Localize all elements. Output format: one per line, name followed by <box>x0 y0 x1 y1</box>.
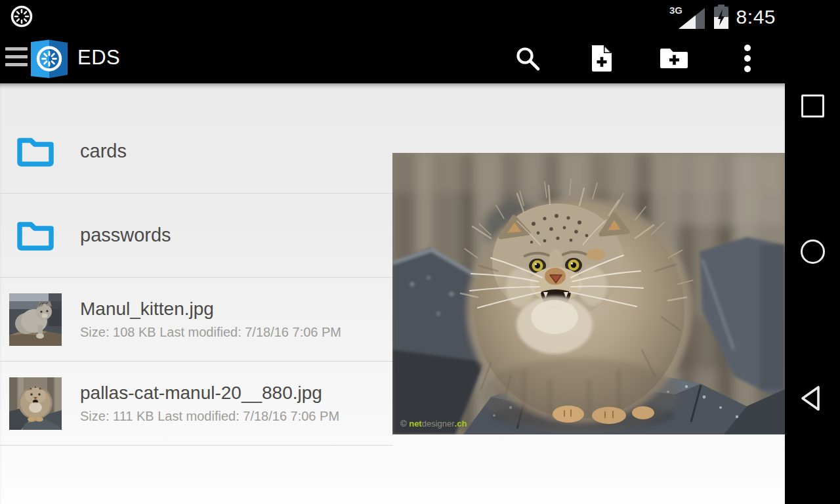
new-file-icon <box>589 44 613 73</box>
file-details: Size: 108 KB Last modified: 7/18/16 7:06… <box>80 324 341 341</box>
list-item-folder-cards[interactable]: cards <box>0 110 392 194</box>
status-clock: 8:45 <box>736 6 776 28</box>
folder-name: passwords <box>80 224 171 246</box>
page-title: EDS <box>77 46 120 70</box>
home-circle-icon <box>801 240 825 264</box>
app-bar: EDS <box>0 33 785 83</box>
home-button[interactable] <box>785 240 840 264</box>
signal-3g-icon: 3G <box>669 4 706 30</box>
status-bar: 3G 8:45 <box>0 0 785 33</box>
list-item-file-pallas-cat[interactable]: pallas-cat-manul-20__880.jpg Size: 111 K… <box>0 362 392 446</box>
navigation-bar <box>785 0 840 504</box>
folder-name: cards <box>80 140 127 162</box>
watermark-text: © netdesigner.ch <box>400 419 467 429</box>
battery-charging-icon <box>713 4 730 30</box>
eds-notification-clock-icon <box>9 4 34 29</box>
more-vert-icon <box>744 44 751 73</box>
file-name: pallas-cat-manul-20__880.jpg <box>80 382 339 404</box>
new-folder-button[interactable] <box>658 43 690 74</box>
new-folder-icon <box>659 46 689 71</box>
folder-icon <box>15 219 56 253</box>
svg-text:3G: 3G <box>669 5 682 16</box>
pallas-cat-thumbnail <box>9 377 62 430</box>
eds-app-logo-icon <box>29 37 70 79</box>
menu-hamburger-icon[interactable] <box>5 47 28 69</box>
back-button[interactable] <box>785 384 840 413</box>
recents-button[interactable] <box>785 94 840 117</box>
recents-square-icon <box>801 94 824 117</box>
content-area: cards passwords <box>0 83 785 504</box>
file-list: cards passwords <box>0 83 392 504</box>
new-file-button[interactable] <box>585 43 617 74</box>
search-button[interactable] <box>512 43 543 74</box>
manul-kitten-thumbnail <box>9 293 62 346</box>
image-preview-pane: © netdesigner.ch <box>392 83 785 504</box>
file-name: Manul_kitten.jpg <box>80 298 341 320</box>
search-icon <box>514 45 541 72</box>
file-details: Size: 111 KB Last modified: 7/18/16 7:06… <box>80 408 339 425</box>
list-item-folder-passwords[interactable]: passwords <box>0 194 392 278</box>
list-item-file-manul-kitten[interactable]: Manul_kitten.jpg Size: 108 KB Last modif… <box>0 278 392 362</box>
pallas-cat-preview-image[interactable]: © netdesigner.ch <box>392 153 785 434</box>
folder-icon <box>15 135 56 169</box>
overflow-menu-button[interactable] <box>732 43 763 74</box>
back-triangle-icon <box>798 384 827 413</box>
